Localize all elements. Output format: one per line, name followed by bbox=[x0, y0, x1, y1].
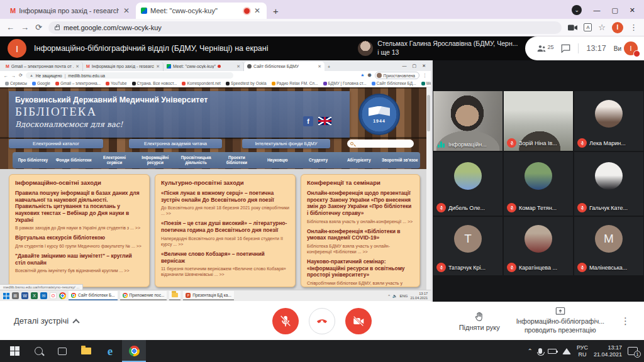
nav-eservices[interactable]: Електронні сервіси bbox=[94, 155, 135, 165]
participant-tile[interactable]: Дибель Оле... bbox=[433, 152, 502, 216]
bookmark-item[interactable]: Korrespondent.net bbox=[182, 81, 220, 85]
nav-student[interactable]: Студенту bbox=[298, 158, 339, 163]
article-title[interactable]: «Пісня лунає в кожному серці» – поетична… bbox=[161, 190, 289, 203]
article-title[interactable]: "Давайте зміцнимо наш імунітет!" – кругл… bbox=[15, 253, 143, 266]
reload-button[interactable]: ⟳ bbox=[19, 73, 23, 78]
mic-in-use-icon[interactable] bbox=[538, 348, 542, 354]
taskbar-window-folder[interactable] bbox=[169, 291, 180, 300]
bookmark-item[interactable]: Страна. Все новост... bbox=[132, 81, 177, 85]
mute-mic-button[interactable] bbox=[272, 308, 299, 334]
excel-icon[interactable]: X bbox=[31, 292, 38, 299]
file-explorer-icon[interactable] bbox=[74, 340, 98, 362]
extensions-icon[interactable]: ⬣ bbox=[367, 73, 371, 78]
academy-button[interactable]: Електронна академія читача bbox=[129, 139, 222, 148]
translate-icon[interactable]: А bbox=[584, 23, 592, 31]
presenting-status[interactable]: Інформаційно-бібліографіч... проводить п… bbox=[516, 307, 604, 334]
address-bar[interactable]: meet.google.com/cww-ocyk-kuy bbox=[48, 21, 562, 34]
inner-lang[interactable]: ENG bbox=[399, 294, 408, 298]
reload-button[interactable]: ⟳ bbox=[35, 23, 42, 32]
sharing-paused-pill[interactable]: Приостановлена bbox=[375, 72, 419, 79]
nav-feedback[interactable]: Зворотній зв'язок bbox=[379, 158, 420, 163]
edge-icon[interactable]: e bbox=[98, 340, 122, 362]
mail-icon[interactable]: ✉ bbox=[40, 292, 47, 299]
bookmark-star-icon[interactable]: ★ bbox=[360, 73, 364, 78]
bookmark-item[interactable]: Webex Events bbox=[421, 81, 431, 85]
chrome-icon[interactable] bbox=[122, 340, 146, 362]
task-view-button[interactable] bbox=[50, 340, 74, 362]
camera-off-button[interactable] bbox=[345, 308, 372, 334]
maximize-button[interactable]: ▢ bbox=[413, 63, 417, 69]
forward-button[interactable]: → bbox=[21, 23, 29, 32]
article-teaser[interactable]: Бібліотека взяла участь у онлайн-конфере… bbox=[307, 219, 414, 224]
bookmark-star-icon[interactable]: ☆ bbox=[598, 23, 606, 32]
article-teaser[interactable]: 11 березня поетичним вернісажем «Величне… bbox=[161, 266, 289, 277]
nav-funds[interactable]: Фонди бібліотеки bbox=[53, 158, 94, 163]
nav-projects[interactable]: Проекти бібліотеки bbox=[216, 155, 257, 165]
start-button[interactable] bbox=[3, 340, 26, 362]
participant-tile[interactable]: Каратінцева ... bbox=[504, 217, 573, 275]
taskbar-window-presentation[interactable]: PПрезентація БД ка... bbox=[183, 291, 233, 300]
participants-button[interactable]: 25 bbox=[536, 44, 553, 53]
self-view[interactable]: Ви І bbox=[614, 41, 638, 55]
participant-tile[interactable]: Комар Тетян... bbox=[504, 152, 573, 216]
inner-tab-meet[interactable]: Meet: "cww-ocyk-kuy" ✕ bbox=[164, 62, 244, 71]
task-view-icon[interactable]: ⊞ bbox=[12, 292, 19, 299]
taskbar-window-library[interactable]: Сайт бібліотеки Б... bbox=[69, 291, 118, 300]
leave-call-button[interactable] bbox=[309, 308, 335, 334]
article-teaser[interactable]: Співробітники бібліотеки БДМУ, взяли уча… bbox=[307, 280, 414, 286]
close-button[interactable]: ✕ bbox=[422, 63, 426, 69]
back-button[interactable]: ← bbox=[4, 74, 8, 78]
browser-tab-gmail[interactable]: M Інформація про захід - research ✕ bbox=[5, 3, 136, 19]
opera-icon[interactable]: O bbox=[50, 292, 57, 299]
nav-resources[interactable]: Інформаційні ресурси bbox=[135, 155, 175, 165]
article-title[interactable]: Правила пошуку інформації в базах даних … bbox=[15, 190, 143, 223]
more-options-icon[interactable]: ⋮ bbox=[621, 319, 630, 322]
article-title[interactable]: Онлайн-конференція щодо презентації проє… bbox=[307, 190, 414, 217]
notification-center-icon[interactable]: 1 bbox=[628, 347, 638, 355]
chrome-icon[interactable] bbox=[59, 292, 66, 299]
minimize-button[interactable]: — bbox=[402, 63, 407, 69]
browser-tab-meet[interactable]: Meet: "cww-ocyk-kuy" ✕ bbox=[136, 3, 267, 19]
forward-button[interactable]: → bbox=[11, 74, 16, 78]
close-icon[interactable]: ✕ bbox=[236, 64, 240, 69]
nav-about[interactable]: Про бібліотеку bbox=[13, 158, 53, 163]
bookmark-item[interactable]: Сайт бібліотеки БД... bbox=[372, 81, 416, 85]
bookmark-item[interactable]: Google bbox=[32, 81, 50, 85]
close-icon[interactable]: ✕ bbox=[75, 64, 79, 69]
minimize-button[interactable]: — bbox=[593, 6, 600, 14]
menu-dots-icon[interactable]: ⋮ bbox=[630, 23, 638, 32]
start-button[interactable] bbox=[3, 293, 9, 299]
participant-tile[interactable]: Т Татарчук Крі... bbox=[433, 217, 502, 275]
participant-tile[interactable]: Лека Марин... bbox=[574, 91, 643, 151]
participant-tile-video[interactable]: Зорій Ніна Ів... bbox=[504, 91, 573, 151]
taskbar-window-app[interactable]: Приложение пос... bbox=[120, 291, 167, 300]
inner-tab-library[interactable]: Сайт бібліотеки БДМУ✕ bbox=[244, 62, 325, 71]
new-tab-button[interactable]: + bbox=[267, 6, 285, 19]
participant-tile[interactable]: М Маліневська... bbox=[574, 217, 643, 275]
maximize-button[interactable]: ▢ bbox=[611, 6, 618, 14]
close-icon[interactable]: ✕ bbox=[156, 64, 160, 69]
bookmark-item[interactable]: Радио Relax FM. Сл... bbox=[272, 81, 318, 85]
word-icon[interactable]: W bbox=[21, 292, 28, 299]
funds-button[interactable]: Інтелектуальні фонди БДМУ bbox=[242, 139, 330, 148]
search-button[interactable] bbox=[26, 340, 50, 362]
nav-education[interactable]: Просвітницька діяльність bbox=[175, 155, 216, 165]
article-teaser[interactable]: Для студентів І курсу 60 групи Медичного… bbox=[15, 243, 143, 249]
participant-tile-video[interactable]: Інформаційн... bbox=[433, 91, 502, 151]
inner-address-bar[interactable]: ▲ Не защищено | medlib.bsmu.edu.ua bbox=[26, 72, 233, 79]
article-title[interactable]: «Поезія – це стан душі високий» – літера… bbox=[161, 220, 289, 233]
volume-icon[interactable]: 🔈 bbox=[392, 293, 397, 298]
battery-icon[interactable] bbox=[548, 349, 557, 354]
tray-chevron-icon[interactable]: ^ bbox=[388, 294, 390, 298]
chat-icon[interactable] bbox=[561, 44, 570, 53]
inner-tab-gmail[interactable]: M Gmail – электронная почта от ...✕ bbox=[3, 62, 83, 71]
meeting-details-button[interactable]: Деталі зустрічі bbox=[14, 316, 79, 326]
uk-flag-icon[interactable] bbox=[318, 117, 331, 125]
inner-tab-info[interactable]: M Інформація про захід - research✕ bbox=[83, 62, 164, 71]
site-search-input[interactable] bbox=[347, 140, 414, 148]
new-tab-button[interactable]: + bbox=[325, 65, 333, 71]
close-button[interactable]: ✕ bbox=[630, 6, 635, 14]
language-indicator[interactable]: РУС RU bbox=[577, 344, 588, 358]
bookmark-item[interactable]: YouTube bbox=[106, 81, 127, 85]
bookmark-item[interactable]: Сервисы bbox=[5, 81, 27, 85]
